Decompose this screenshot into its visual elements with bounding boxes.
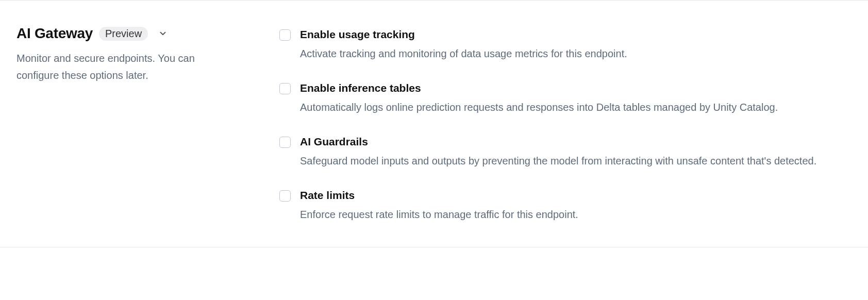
option-text: Enable inference tables Automatically lo… (300, 82, 852, 115)
option-description: Automatically logs online prediction req… (300, 99, 852, 115)
option-description: Activate tracking and monitoring of data… (300, 46, 852, 61)
section-description: Monitor and secure endpoints. You can co… (16, 50, 238, 84)
ai-guardrails-checkbox[interactable] (279, 137, 291, 148)
option-label: Enable usage tracking (300, 28, 852, 41)
option-label: Enable inference tables (300, 82, 852, 94)
inference-tables-checkbox[interactable] (279, 83, 291, 94)
option-description: Safeguard model inputs and outputs by pr… (300, 153, 852, 169)
option-label: Rate limits (300, 189, 852, 202)
option-label: AI Guardrails (300, 136, 852, 148)
section-header-column: AI Gateway Preview Monitor and secure en… (16, 25, 238, 222)
ai-gateway-section: AI Gateway Preview Monitor and secure en… (0, 0, 868, 247)
section-header-row: AI Gateway Preview (16, 25, 238, 42)
option-text: AI Guardrails Safeguard model inputs and… (300, 136, 852, 169)
option-rate-limits: Rate limits Enforce request rate limits … (279, 189, 852, 222)
option-usage-tracking: Enable usage tracking Activate tracking … (279, 28, 852, 61)
chevron-down-icon[interactable] (158, 29, 168, 38)
options-column: Enable usage tracking Activate tracking … (279, 25, 852, 222)
rate-limits-checkbox[interactable] (279, 190, 291, 202)
preview-badge: Preview (99, 27, 148, 41)
option-inference-tables: Enable inference tables Automatically lo… (279, 82, 852, 115)
option-ai-guardrails: AI Guardrails Safeguard model inputs and… (279, 136, 852, 169)
usage-tracking-checkbox[interactable] (279, 29, 291, 41)
option-description: Enforce request rate limits to manage tr… (300, 207, 852, 222)
option-text: Rate limits Enforce request rate limits … (300, 189, 852, 222)
option-text: Enable usage tracking Activate tracking … (300, 28, 852, 61)
section-title: AI Gateway (16, 25, 93, 42)
